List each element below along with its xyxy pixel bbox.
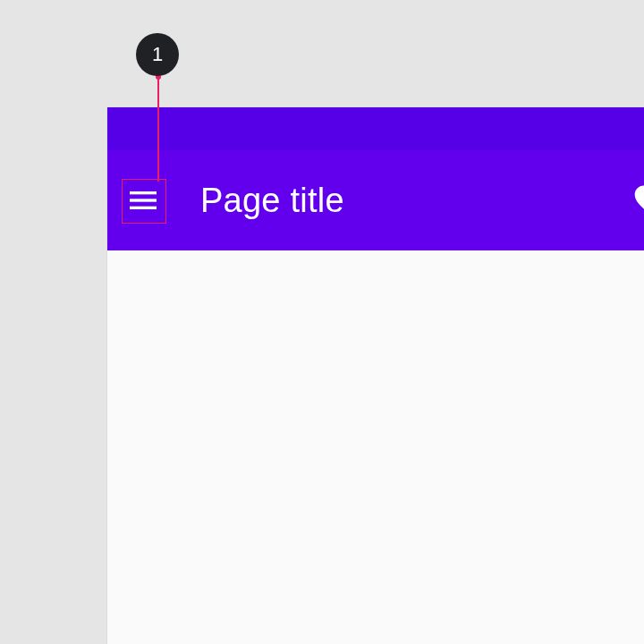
favorite-button[interactable]: [630, 179, 644, 222]
callout-badge: 1: [136, 33, 179, 76]
device-frame: Page title: [107, 107, 644, 644]
svg-rect-0: [130, 191, 157, 194]
page-title: Page title: [165, 182, 630, 220]
callout-leader-line: [157, 76, 159, 182]
content-area: [107, 250, 644, 644]
action-group: [630, 179, 644, 222]
menu-icon: [125, 182, 161, 218]
callout-number: 1: [152, 43, 163, 66]
app-bar: Page title: [107, 150, 644, 250]
heart-icon: [631, 181, 644, 220]
svg-rect-1: [130, 199, 157, 201]
status-bar: [107, 107, 644, 150]
nav-menu-button[interactable]: [122, 179, 165, 222]
svg-rect-2: [130, 207, 157, 209]
